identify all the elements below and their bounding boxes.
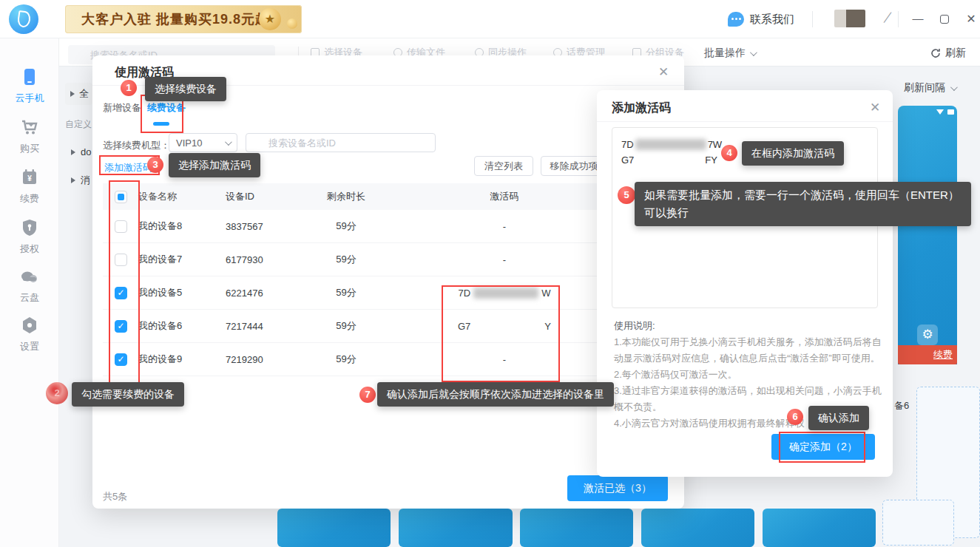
sidebar-label: 设置 — [0, 340, 59, 353]
wifi-icon — [936, 109, 944, 115]
use-activation-code-dialog: 使用激活码 ✕ 新增设备 续费设备 选择续费机型： VIP10 添加激活码 清空… — [92, 55, 684, 509]
header-divider — [597, 121, 893, 122]
phone-card[interactable] — [763, 509, 876, 547]
close-icon[interactable]: ✕ — [656, 64, 671, 80]
sidebar-item-authorize[interactable]: 授权 — [0, 217, 59, 256]
row-checkbox[interactable] — [115, 220, 127, 233]
add-device-placeholder-2[interactable] — [882, 500, 954, 546]
step-badge-1: 1 — [121, 80, 137, 96]
step-badge-4: 4 — [721, 145, 737, 161]
add-activation-code-link[interactable]: 添加激活码 — [104, 161, 152, 174]
phone-card-device6[interactable]: ⚙ — [898, 106, 957, 364]
step-tooltip-7: 确认添加后就会按顺序依次添加进选择的设备里 — [377, 382, 614, 407]
edit-icon[interactable]: ╱ — [884, 12, 891, 24]
tab-new-device[interactable]: 新增设备 — [103, 101, 141, 115]
phone-card[interactable] — [520, 509, 633, 547]
promo-banner-text: 大客户入驻 批量购买19.8元起！ — [81, 10, 283, 28]
batch-operations-dropdown[interactable]: 批量操作 — [704, 47, 755, 60]
titlebar-divider-2 — [898, 11, 899, 27]
total-count-label: 共5条 — [103, 490, 127, 503]
masked-code-blank — [635, 154, 703, 166]
phone-card[interactable] — [641, 509, 754, 547]
user-avatar[interactable] — [834, 10, 865, 27]
masked-code-blank — [473, 321, 541, 332]
contact-us-button[interactable]: 联系我们 — [728, 0, 794, 38]
app-logo-icon — [9, 4, 38, 34]
device-table: 设备名称 设备ID 剩余时长 激活码 我的设备8 3837567 59分 - 我… — [103, 183, 674, 376]
sidebar-item-renew[interactable]: ¥ 续费 — [0, 167, 59, 205]
step-tooltip-5: 如果需要批量添加，需要一行一个激活码，使用回车（ENTER）可以换行 — [635, 182, 971, 226]
contact-us-label: 联系我们 — [750, 13, 794, 27]
row-checkbox[interactable] — [115, 287, 127, 299]
table-header-row: 设备名称 设备ID 剩余时长 激活码 — [103, 183, 674, 210]
hex-gear-icon — [19, 315, 40, 336]
gear-icon[interactable]: ⚙ — [917, 325, 938, 345]
title-bar: 大客户入驻 批量购买19.8元起！ ★ 联系我们 ╱ — ✕ — [0, 0, 980, 38]
svg-text:¥: ¥ — [27, 174, 32, 183]
cloud-icon — [18, 266, 41, 287]
step-badge-5: 5 — [618, 186, 635, 204]
battery-icon — [947, 109, 954, 115]
phone-card[interactable] — [277, 509, 391, 547]
model-label: 选择续费机型： — [103, 139, 170, 152]
confirm-add-button[interactable]: 确定添加（2） — [771, 434, 875, 460]
step-badge-2: 2 — [46, 382, 68, 404]
model-select[interactable]: VIP10 — [169, 133, 237, 152]
promo-banner[interactable]: 大客户入驻 批量购买19.8元起！ ★ — [65, 5, 302, 33]
sidebar-item-cloud-disk[interactable]: 云盘 — [0, 266, 59, 305]
dialog-device-search-input[interactable] — [246, 133, 436, 152]
sidebar-label: 云盘 — [0, 291, 59, 305]
chevron-down-icon — [950, 84, 958, 91]
table-row: 我的设备9 7219290 59分 - — [103, 343, 674, 376]
cart-icon — [19, 117, 40, 137]
chevron-down-icon — [225, 138, 232, 146]
sidebar-item-settings[interactable]: 设置 — [0, 315, 59, 353]
row-checkbox[interactable] — [115, 353, 127, 366]
caret-icon — [71, 149, 75, 155]
sidebar-label: 授权 — [0, 242, 59, 256]
select-all-checkbox[interactable] — [115, 191, 127, 203]
table-row: 我的设备6 7217444 59分 G7Y — [103, 310, 674, 343]
renew-bar: 续费 — [898, 345, 957, 364]
sidebar-item-cloud-phone[interactable]: 云手机 — [0, 67, 59, 105]
caret-icon — [71, 177, 75, 183]
step-badge-3: 3 — [147, 157, 163, 173]
calendar-yen-icon: ¥ — [19, 167, 40, 188]
refresh-icon — [930, 48, 941, 58]
window-close-button[interactable]: ✕ — [962, 10, 980, 28]
sidebar-item-buy[interactable]: 购买 — [0, 117, 59, 155]
tab-renew-device[interactable]: 续费设备 — [147, 101, 186, 115]
activate-selected-button[interactable]: 激活已选（3） — [567, 475, 668, 501]
maximize-button[interactable] — [935, 10, 954, 28]
row-checkbox[interactable] — [115, 254, 127, 266]
usage-notes-title: 使用说明: — [614, 318, 882, 334]
shield-key-icon — [19, 217, 40, 238]
sidebar-label: 购买 — [0, 142, 59, 155]
group-item-1[interactable]: do — [71, 146, 91, 157]
table-row: 我的设备8 3837567 59分 - — [103, 210, 674, 243]
refresh-button[interactable]: 刷新 — [930, 47, 966, 60]
refresh-interval-dropdown[interactable]: 刷新间隔 — [904, 81, 956, 95]
clear-list-button[interactable]: 清空列表 — [474, 156, 533, 176]
chat-bubble-icon — [728, 12, 744, 27]
phone-card[interactable] — [399, 509, 513, 547]
step-tooltip-2: 勾选需要续费的设备 — [72, 382, 184, 407]
minimize-button[interactable]: — — [908, 10, 927, 28]
sidebar: 云手机 购买 ¥ 续费 授权 云盘 设置 — [0, 38, 59, 547]
device-name-label: 备6 — [894, 399, 909, 412]
usage-note-line: 2.每个激活码仅可激活一次。 — [614, 367, 882, 383]
row-checkbox[interactable] — [115, 320, 127, 333]
chevron-down-icon — [750, 49, 757, 56]
group-custom-label: 自定义 — [65, 118, 92, 131]
step-badge-7: 7 — [359, 387, 376, 403]
group-item-2[interactable]: 消 — [71, 174, 90, 187]
group-all-devices[interactable]: 全 — [65, 83, 92, 105]
step-tooltip-6: 确认添加 — [808, 406, 869, 430]
sidebar-label: 续费 — [0, 192, 59, 205]
dialog-title: 添加激活码 — [612, 101, 671, 116]
close-icon[interactable]: ✕ — [868, 100, 882, 115]
usage-note-line: 1.本功能仅可用于兑换小滴云手机相关服务，添加激活码后将自动显示激活码对应信息，… — [614, 334, 882, 367]
masked-code-block — [635, 139, 706, 150]
renew-link[interactable]: 续费 — [933, 348, 953, 361]
step-tooltip-4: 在框内添加激活码 — [742, 141, 844, 166]
